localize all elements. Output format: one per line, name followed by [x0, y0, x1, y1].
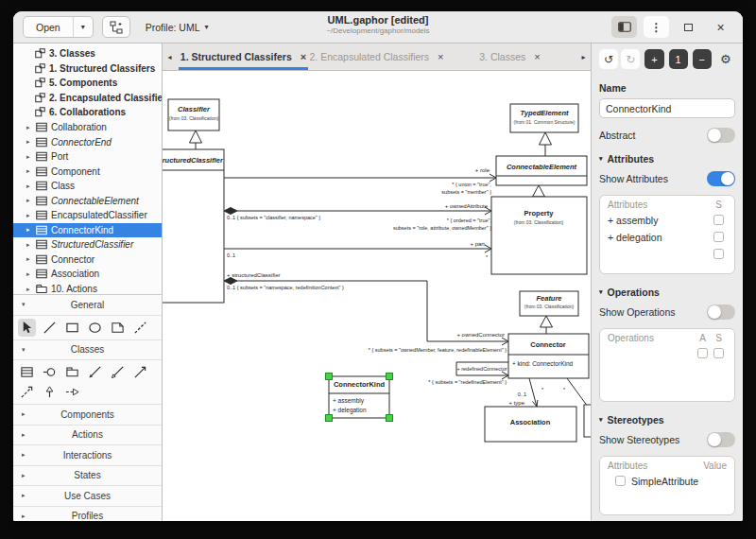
toolbox-section-interactions[interactable]: ▸ Interactions — [13, 445, 162, 466]
show-operations-toggle[interactable] — [707, 304, 735, 320]
open-dropdown-arrow[interactable]: ▾ — [74, 17, 93, 37]
main-menu-button[interactable]: ⋮ — [644, 16, 669, 38]
expander-icon[interactable]: ▸ — [26, 212, 36, 219]
tabs-scroll-right[interactable]: ▸ — [576, 43, 591, 70]
open-button[interactable]: Open — [24, 17, 74, 37]
toolbox-section-actions[interactable]: ▸ Actions — [13, 426, 162, 446]
redo-button[interactable]: ↻ — [621, 49, 640, 69]
generalization-connector-feature[interactable] — [541, 316, 553, 334]
tree-item-2-encapsulated-classifiers[interactable]: 2. Encapsulated Classifiers — [13, 91, 162, 106]
abstract-toggle[interactable] — [707, 128, 735, 143]
expander-icon[interactable]: ▸ — [22, 410, 26, 418]
static-checkbox[interactable] — [713, 215, 724, 225]
tree-item-5-components[interactable]: 5. Components — [13, 76, 162, 91]
expander-icon[interactable]: ▸ — [26, 167, 36, 175]
tree-item-connectableelement[interactable]: ▸ ConnectableElement — [13, 193, 162, 208]
tree-item-encapsulatedclassifier[interactable]: ▸ EncapsulatedClassifier — [13, 208, 162, 223]
tree-item-port[interactable]: ▸ Port — [13, 149, 162, 165]
abstract-checkbox[interactable] — [697, 348, 708, 358]
show-stereotypes-toggle[interactable] — [707, 432, 735, 447]
toolbox-section-profiles[interactable]: ▸ Profiles — [13, 507, 162, 522]
static-checkbox[interactable] — [713, 348, 724, 358]
expander-icon[interactable]: ▸ — [26, 197, 36, 204]
node-connector-kind-selected[interactable]: ConnectorKind + assembly + delegation — [326, 374, 393, 422]
toggle-sidebar-button[interactable] — [611, 16, 637, 38]
static-checkbox[interactable] — [713, 232, 724, 242]
expander-icon[interactable]: ▸ — [26, 241, 36, 249]
tree-item-structuredclassifier[interactable]: ▸ StructuredClassifier — [13, 237, 162, 252]
edge-association-end2[interactable] — [567, 378, 588, 407]
expander-icon[interactable]: ▸ — [26, 138, 36, 146]
tool-interface-realization[interactable] — [63, 383, 81, 401]
tool-package[interactable] — [63, 363, 81, 381]
window-restore-button[interactable] — [676, 16, 701, 38]
expander-icon[interactable]: ▸ — [22, 472, 26, 479]
static-checkbox[interactable] — [713, 249, 724, 259]
expander-icon[interactable]: ▸ — [26, 226, 36, 234]
tool-pointer[interactable] — [18, 319, 36, 337]
node-feature[interactable]: Feature (from 03. Classification) — [520, 291, 578, 316]
tree-item-10-actions[interactable]: ▸ 10. Actions — [13, 282, 162, 294]
tool-comment-line[interactable] — [131, 319, 149, 337]
tree-item-1-structured-classifers[interactable]: 1. Structured Classifers — [13, 61, 162, 77]
toolbox-section-use-cases[interactable]: ▸ Use Cases — [13, 486, 162, 507]
tab-close-icon[interactable]: × — [534, 51, 540, 62]
expander-icon[interactable]: ▾ — [22, 301, 26, 308]
edge-type-association[interactable] — [529, 378, 538, 407]
expander-icon[interactable]: ▸ — [22, 513, 26, 520]
expander-icon[interactable]: ▸ — [22, 451, 26, 459]
stereotype-checkbox[interactable] — [615, 476, 626, 486]
toolbox-section-components[interactable]: ▸ Components — [13, 405, 162, 426]
undo-button[interactable]: ↺ — [599, 49, 618, 69]
node-connectable-element[interactable]: ConnectableElement — [496, 156, 587, 185]
node-association[interactable]: Association — [485, 407, 576, 442]
stereotypes-section-header[interactable]: ▾ Stereotypes — [599, 414, 735, 426]
new-diagram-button[interactable] — [102, 16, 130, 38]
toolbox-section-general[interactable]: ▾ General — [13, 295, 162, 316]
generalization-structuredclassifier-classifier[interactable] — [190, 130, 202, 149]
tool-association[interactable] — [131, 363, 149, 381]
zoom-out-button[interactable]: − — [693, 49, 712, 69]
tab-structured-classifers[interactable]: 1. Structured Classifers × — [177, 43, 310, 70]
tab-classes[interactable]: 3. Classes × — [443, 43, 576, 70]
settings-button[interactable]: ⚙ — [716, 49, 735, 69]
edge-role-association[interactable] — [224, 174, 496, 182]
expander-icon[interactable]: ▸ — [22, 492, 26, 499]
node-classifier[interactable]: Classifier (from 03. Classification) — [168, 99, 219, 130]
expander-icon[interactable]: ▸ — [26, 255, 36, 263]
tree-item-6-collaborations[interactable]: 6. Collaborations — [13, 105, 162, 120]
operation-row-empty[interactable] — [600, 345, 734, 362]
node-clipped-right[interactable] — [584, 405, 591, 437]
tabs-scroll-left[interactable]: ◂ — [163, 43, 177, 70]
generalization-property-connectableelement[interactable] — [533, 185, 545, 197]
tool-interface[interactable] — [41, 363, 59, 381]
open-split-button[interactable]: Open ▾ — [23, 16, 94, 38]
node-property[interactable]: Property (from 03. Classification) — [491, 197, 587, 274]
window-close-button[interactable]: × — [708, 16, 733, 38]
tool-box[interactable] — [63, 319, 81, 337]
tree-item-class[interactable]: ▸ Class — [13, 179, 162, 194]
tree-item-3-classes[interactable]: 3. Classes — [13, 46, 162, 61]
tab-close-icon[interactable]: × — [301, 51, 306, 62]
expander-icon[interactable]: ▸ — [22, 431, 26, 439]
zoom-in-button[interactable]: + — [644, 49, 663, 69]
tree-item-connectorkind[interactable]: ▸ ConnectorKind — [13, 223, 162, 238]
tool-generalization[interactable] — [41, 383, 59, 401]
expander-icon[interactable]: ▾ — [22, 346, 26, 354]
expander-icon[interactable]: ▸ — [26, 286, 36, 293]
attribute-row[interactable]: + assembly — [600, 212, 734, 229]
attributes-section-header[interactable]: ▾ Attributes — [599, 153, 735, 165]
node-structured-classifier[interactable]: StructuredClassifier — [163, 149, 224, 303]
zoom-original-button[interactable]: 1 — [669, 49, 688, 69]
profile-button[interactable]: Profile: UML ▾ — [140, 16, 215, 38]
attribute-row[interactable]: + delegation — [600, 229, 734, 246]
attribute-row-empty[interactable] — [600, 246, 734, 263]
name-input[interactable] — [599, 98, 735, 118]
tree-item-connectorend[interactable]: ▸ ConnectorEnd — [13, 134, 162, 149]
expander-icon[interactable]: ▸ — [26, 153, 36, 161]
tool-line[interactable] — [41, 319, 59, 337]
edge-part-association[interactable] — [224, 245, 491, 252]
tool-ellipse[interactable] — [86, 319, 104, 337]
tree-item-association[interactable]: ▸ Association — [13, 267, 162, 282]
tool-shared-association[interactable] — [109, 363, 127, 381]
